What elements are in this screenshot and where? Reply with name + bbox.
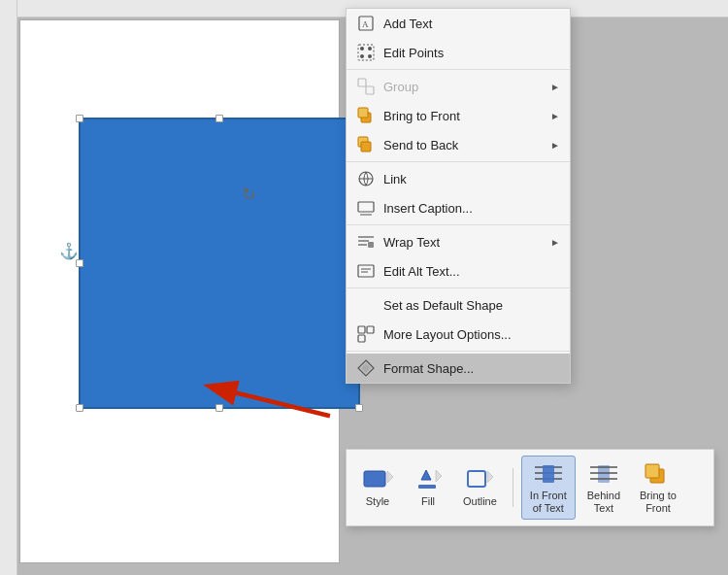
svg-rect-26 <box>358 326 365 333</box>
layout-icon <box>356 324 376 344</box>
menu-item-wrap-text[interactable]: Wrap Text ► <box>347 227 570 256</box>
document-page: ⚓ ↻ <box>19 19 340 563</box>
toolbar-bringfront-label: Bring toFront <box>640 490 677 515</box>
toolbar-outline[interactable]: Outline <box>455 462 505 512</box>
menu-label-send-to-back: Send to Back <box>383 138 550 152</box>
toolbar-style[interactable]: Style <box>354 462 401 512</box>
infront-icon <box>533 460 564 488</box>
send-back-submenu-arrow: ► <box>550 140 560 151</box>
separator-5 <box>347 351 570 352</box>
outline-icon <box>464 466 495 493</box>
toolbar-separator-1 <box>513 468 513 507</box>
svg-rect-27 <box>367 326 374 333</box>
svg-point-8 <box>368 54 372 58</box>
bring-front-icon <box>356 106 376 125</box>
svg-marker-32 <box>387 471 393 483</box>
menu-label-format-shape: Format Shape... <box>383 361 560 376</box>
menu-label-more-layout: More Layout Options... <box>383 327 560 342</box>
group-icon <box>356 77 376 96</box>
menu-item-edit-alt-text[interactable]: Edit Alt Text... <box>347 256 570 286</box>
selection-handle-br <box>355 404 363 412</box>
svg-rect-4 <box>358 45 374 60</box>
menu-label-insert-caption: Insert Caption... <box>383 201 560 216</box>
toolbar-style-label: Style <box>366 495 389 508</box>
menu-label-bring-to-front: Bring to Front <box>383 109 550 123</box>
toolbar-outline-label: Outline <box>463 495 497 508</box>
menu-item-set-default[interactable]: Set as Default Shape <box>347 290 570 320</box>
bring-front-submenu-arrow: ► <box>550 111 560 121</box>
menu-item-insert-caption[interactable]: Insert Caption... <box>347 193 570 222</box>
menu-label-link: Link <box>383 172 560 186</box>
selection-handle-bl <box>76 404 83 412</box>
menu-item-bring-to-front[interactable]: Bring to Front ► <box>347 101 570 130</box>
toolbar-fill-label: Fill <box>421 495 435 508</box>
svg-rect-35 <box>468 471 485 487</box>
svg-point-6 <box>368 47 372 51</box>
separator-1 <box>347 69 570 70</box>
svg-rect-33 <box>418 485 436 489</box>
menu-item-link[interactable]: Link <box>347 164 570 193</box>
menu-label-wrap-text: Wrap Text <box>383 235 550 250</box>
svg-line-1 <box>212 387 330 416</box>
svg-point-5 <box>360 47 364 51</box>
toolbar-behind-text[interactable]: BehindText <box>579 457 628 519</box>
rotation-handle-icon: ↻ <box>242 184 256 205</box>
svg-marker-36 <box>487 471 493 483</box>
menu-item-send-to-back[interactable]: Send to Back ► <box>347 130 570 159</box>
svg-rect-9 <box>358 79 366 86</box>
menu-item-edit-points[interactable]: Edit Points <box>347 38 570 67</box>
menu-label-set-default: Set as Default Shape <box>383 298 560 313</box>
format-icon <box>356 358 376 378</box>
menu-item-more-layout[interactable]: More Layout Options... <box>347 320 570 349</box>
menu-item-group: Group ► <box>347 72 570 101</box>
group-submenu-arrow: ► <box>550 82 560 92</box>
context-menu: A Add Text Edit Points Group ► <box>346 8 571 384</box>
text-icon: A <box>356 14 376 33</box>
svg-text:A: A <box>362 19 369 29</box>
edit-points-icon <box>356 43 376 62</box>
separator-2 <box>347 161 570 162</box>
selection-handle-ml <box>76 259 83 267</box>
wrap-icon <box>356 232 376 252</box>
toolbar-infront-label: In Frontof Text <box>530 490 567 515</box>
svg-rect-10 <box>366 86 374 94</box>
svg-marker-30 <box>361 363 371 373</box>
toolbar-bring-front[interactable]: Bring toFront <box>632 457 684 519</box>
separator-3 <box>347 224 570 225</box>
fill-icon <box>413 466 444 493</box>
wrap-text-submenu-arrow: ► <box>550 237 560 248</box>
menu-label-group: Group <box>383 80 550 94</box>
menu-item-add-text[interactable]: A Add Text <box>347 9 570 38</box>
default-shape-icon <box>356 295 376 315</box>
svg-rect-46 <box>645 464 659 478</box>
svg-rect-22 <box>368 242 374 248</box>
anchor-icon: ⚓ <box>59 242 79 260</box>
menu-label-add-text: Add Text <box>383 17 560 31</box>
selection-handle-tl <box>76 115 83 122</box>
behind-icon <box>588 460 619 488</box>
svg-rect-17 <box>358 202 374 212</box>
svg-rect-28 <box>358 335 365 342</box>
selection-handle-tm <box>215 115 223 122</box>
separator-4 <box>347 288 570 288</box>
vertical-ruler <box>0 0 17 575</box>
menu-item-format-shape[interactable]: Format Shape... <box>347 354 570 383</box>
shape-toolbar: Style Fill Outline <box>346 449 714 526</box>
toolbar-behind-label: BehindText <box>587 490 620 515</box>
red-arrow <box>147 365 341 423</box>
style-icon <box>362 466 393 493</box>
caption-icon <box>356 198 376 218</box>
menu-label-edit-points: Edit Points <box>383 46 560 60</box>
svg-rect-14 <box>361 142 371 152</box>
svg-point-7 <box>360 54 364 58</box>
svg-rect-40 <box>543 465 554 483</box>
link-icon <box>356 169 376 188</box>
svg-rect-31 <box>364 471 385 487</box>
toolbar-in-front-text[interactable]: In Frontof Text <box>521 456 576 520</box>
toolbar-fill[interactable]: Fill <box>405 462 451 512</box>
send-back-icon <box>356 135 376 154</box>
svg-marker-34 <box>436 470 442 482</box>
alt-text-icon <box>356 261 376 281</box>
svg-rect-12 <box>358 108 368 118</box>
svg-rect-23 <box>358 265 374 277</box>
